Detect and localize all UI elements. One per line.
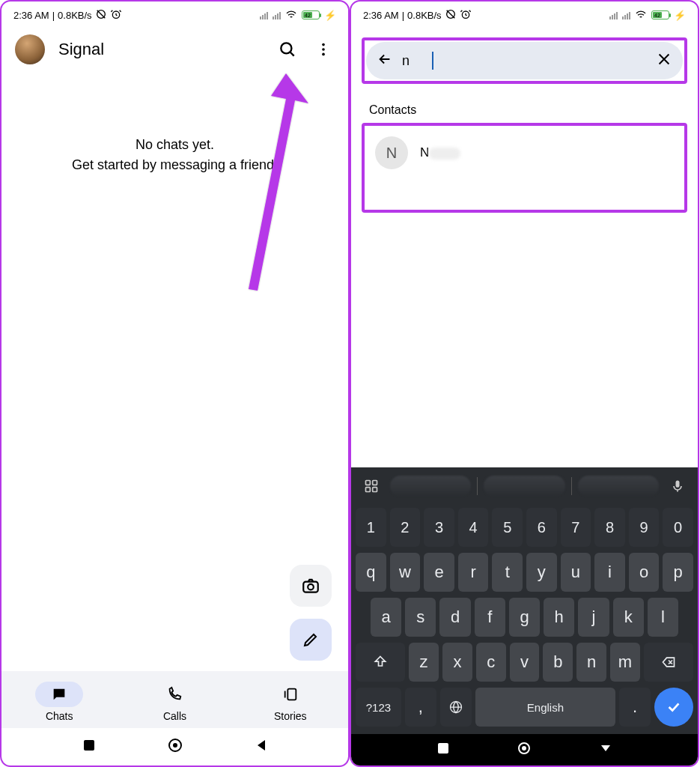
shift-key[interactable] (356, 643, 405, 682)
nav-chats[interactable]: Chats (1, 682, 117, 722)
key-o[interactable]: o (629, 553, 660, 592)
compose-button[interactable] (290, 619, 332, 661)
svg-point-23 (522, 746, 526, 751)
key-l[interactable]: l (648, 598, 678, 637)
svg-point-8 (308, 584, 314, 590)
comma-key[interactable]: , (405, 688, 436, 727)
key-6[interactable]: 6 (526, 508, 557, 547)
wifi-icon (635, 8, 647, 22)
space-key[interactable]: English (475, 688, 615, 727)
phone-screen-chats: 2:36 AM | 0.8KB/s 42 ⚡ Signal No chats y… (0, 0, 350, 767)
key-9[interactable]: 9 (629, 508, 660, 547)
nav-label: Stories (274, 710, 307, 722)
app-header: Signal (1, 24, 348, 75)
battery-icon: 42 (651, 10, 669, 19)
wifi-icon (285, 8, 297, 22)
mic-icon[interactable] (665, 473, 690, 499)
camera-button[interactable] (290, 565, 332, 607)
alarm-icon (110, 8, 122, 22)
key-p[interactable]: p (663, 553, 693, 592)
key-e[interactable]: e (424, 553, 454, 592)
status-speed: 0.8KB/s (407, 10, 442, 21)
svg-rect-18 (373, 488, 377, 492)
chats-icon (35, 682, 83, 707)
avatar[interactable] (15, 34, 45, 64)
key-j[interactable]: j (578, 598, 609, 637)
symbols-key[interactable]: ?123 (356, 688, 401, 727)
language-key[interactable] (440, 688, 472, 727)
signal-bars-icon (273, 10, 281, 19)
keyboard-hide-button[interactable] (600, 742, 612, 757)
nav-calls[interactable]: Calls (117, 682, 232, 722)
backspace-key[interactable] (644, 643, 693, 682)
period-key[interactable]: . (619, 688, 651, 727)
text-cursor (432, 52, 433, 70)
key-c[interactable]: c (476, 643, 506, 682)
key-f[interactable]: f (475, 598, 505, 637)
key-z[interactable]: z (409, 643, 439, 682)
key-b[interactable]: b (543, 643, 573, 682)
key-h[interactable]: h (544, 598, 574, 637)
key-7[interactable]: 7 (561, 508, 591, 547)
kb-suggestion[interactable] (578, 476, 659, 497)
svg-rect-21 (438, 743, 448, 754)
key-i[interactable]: i (594, 553, 625, 592)
status-bar: 2:36 AM | 0.8KB/s 42 ⚡ (1, 1, 348, 24)
key-3[interactable]: 3 (424, 508, 454, 547)
key-s[interactable]: s (405, 598, 436, 637)
svg-marker-6 (249, 73, 308, 291)
recents-button[interactable] (437, 742, 449, 757)
key-4[interactable]: 4 (458, 508, 489, 547)
home-button[interactable] (167, 737, 183, 757)
key-m[interactable]: m (610, 643, 640, 682)
key-t[interactable]: t (492, 553, 523, 592)
key-y[interactable]: y (526, 553, 557, 592)
key-d[interactable]: d (439, 598, 470, 637)
contact-row[interactable]: N N (371, 133, 678, 172)
phone-screen-search: 2:36 AM | 0.8KB/s 42 ⚡ n Contacts N N (350, 0, 699, 767)
key-v[interactable]: v (510, 643, 540, 682)
key-5[interactable]: 5 (492, 508, 523, 547)
key-g[interactable]: g (509, 598, 540, 637)
key-n[interactable]: n (576, 643, 606, 682)
svg-point-4 (322, 48, 325, 51)
key-2[interactable]: 2 (390, 508, 421, 547)
key-u[interactable]: u (561, 553, 591, 592)
dnd-icon (445, 8, 457, 22)
key-8[interactable]: 8 (594, 508, 625, 547)
search-icon[interactable] (276, 38, 299, 61)
signal-bars-icon (609, 10, 618, 19)
key-0[interactable]: 0 (663, 508, 693, 547)
kb-apps-icon[interactable] (359, 473, 384, 499)
svg-point-3 (322, 43, 325, 46)
key-x[interactable]: x (442, 643, 472, 682)
enter-key[interactable] (654, 688, 693, 727)
nav-stories[interactable]: Stories (233, 682, 348, 722)
back-icon[interactable] (377, 51, 393, 70)
key-a[interactable]: a (371, 598, 401, 637)
home-button[interactable] (517, 741, 532, 759)
contact-highlight: N N (362, 123, 687, 213)
search-bar[interactable]: n (366, 42, 683, 79)
svg-rect-7 (303, 582, 318, 592)
contact-name: N (420, 145, 460, 160)
key-1[interactable]: 1 (356, 508, 386, 547)
more-icon[interactable] (312, 38, 335, 61)
key-q[interactable]: q (356, 553, 386, 592)
status-bar: 2:36 AM | 0.8KB/s 42 ⚡ (351, 1, 698, 24)
app-title: Signal (58, 40, 263, 59)
key-w[interactable]: w (390, 553, 421, 592)
svg-rect-9 (287, 689, 296, 700)
key-r[interactable]: r (458, 553, 489, 592)
key-k[interactable]: k (613, 598, 644, 637)
kb-suggestion[interactable] (390, 476, 471, 497)
recents-button[interactable] (82, 739, 96, 755)
nav-label: Calls (163, 710, 186, 722)
search-input[interactable]: n (402, 53, 410, 69)
back-button[interactable] (255, 739, 268, 755)
kb-suggestion[interactable] (484, 476, 564, 497)
clear-icon[interactable] (656, 51, 672, 70)
status-time: 2:36 AM (363, 10, 399, 21)
empty-state: No chats yet. Get started by messaging a… (1, 135, 348, 175)
svg-rect-15 (366, 481, 371, 485)
